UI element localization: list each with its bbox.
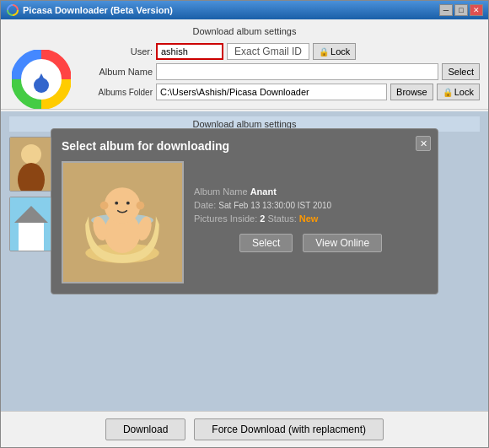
minimize-button[interactable]: ─	[439, 4, 453, 16]
main-area: Download album settings	[1, 19, 488, 447]
user-row: User: Exact Gmail ID Lock	[9, 43, 480, 60]
albums-folder-label: Albums Folder	[85, 88, 153, 97]
top-section-title: Download album settings	[9, 26, 480, 36]
album-date-value: Sat Feb 13 13:30:00 IST 2010	[218, 201, 331, 210]
album-date-label: Date:	[194, 200, 216, 210]
force-download-button[interactable]: Force Download (with replacment)	[194, 418, 384, 440]
download-button[interactable]: Download	[105, 418, 185, 440]
svg-rect-8	[19, 223, 44, 251]
bg-section: Download album settings	[1, 111, 488, 411]
album-image	[63, 163, 182, 282]
albums-folder-input[interactable]	[156, 84, 387, 100]
albums-folder-row: Albums Folder Browse Lock	[9, 84, 480, 100]
svg-point-15	[115, 202, 118, 205]
album-name-label: Album Name	[85, 67, 153, 77]
top-section: Download album settings	[1, 19, 488, 107]
user-lock-button[interactable]: Lock	[313, 43, 356, 60]
album-select-button[interactable]: Select	[442, 63, 480, 80]
side-thumb-2	[9, 197, 51, 251]
album-name-row-info: Album Name Anant	[194, 186, 427, 197]
album-name-input[interactable]	[156, 63, 438, 80]
album-pictures-row: Pictures Inside: 2 Status: New	[194, 213, 427, 224]
album-date-row: Date: Sat Feb 13 13:30:00 IST 2010	[194, 200, 427, 210]
album-info: Album Name Anant Date: Sat Feb 13 13:30:…	[194, 161, 427, 252]
pictures-value: 2	[260, 213, 265, 224]
dialog-content: Album Name Anant Date: Sat Feb 13 13:30:…	[62, 161, 427, 283]
browse-button[interactable]: Browse	[390, 84, 433, 100]
album-name-label-info: Album Name	[194, 186, 248, 197]
app-icon	[6, 3, 19, 17]
svg-point-14	[105, 187, 141, 224]
dialog-actions: Select View Online	[194, 234, 427, 252]
folder-lock-label: Lock	[454, 87, 474, 97]
album-name-row: Album Name Select	[9, 63, 480, 80]
user-lock-label: Lock	[330, 46, 350, 57]
select-button[interactable]: Select	[239, 234, 293, 252]
view-online-button[interactable]: View Online	[303, 234, 382, 252]
bottom-bar: Download Force Download (with replacment…	[1, 411, 488, 447]
svg-point-17	[100, 202, 109, 210]
title-bar: Picasa Downloader (Beta Version) ─ □ ✕	[1, 1, 488, 19]
status-label: Status:	[267, 213, 296, 224]
folder-lock-button[interactable]: Lock	[437, 84, 480, 100]
album-thumbnail	[62, 161, 184, 283]
svg-point-16	[126, 202, 130, 205]
dialog-close-button[interactable]: ✕	[416, 136, 431, 151]
svg-point-18	[137, 202, 145, 210]
window-title: Picasa Downloader (Beta Version)	[23, 5, 439, 15]
side-thumb-1	[9, 137, 51, 192]
maximize-button[interactable]: □	[454, 4, 468, 16]
album-name-value: Anant	[250, 186, 277, 197]
svg-point-5	[21, 144, 41, 165]
pictures-label: Pictures Inside:	[194, 213, 257, 224]
user-input[interactable]	[156, 43, 223, 60]
album-select-dialog: Select album for downloading ✕	[51, 128, 438, 294]
user-label: User:	[85, 46, 153, 57]
dialog-overlay: Select album for downloading ✕	[1, 111, 488, 411]
picasa-logo-icon	[12, 50, 71, 109]
dialog-title: Select album for downloading	[62, 139, 427, 153]
gmail-tooltip: Exact Gmail ID	[227, 43, 309, 60]
window-controls: ─ □ ✕	[439, 4, 483, 16]
folder-lock-icon	[443, 87, 453, 97]
lock-icon	[319, 46, 329, 57]
status-value: New	[299, 213, 319, 224]
close-button[interactable]: ✕	[470, 4, 483, 16]
main-window: Picasa Downloader (Beta Version) ─ □ ✕ D…	[0, 0, 489, 448]
